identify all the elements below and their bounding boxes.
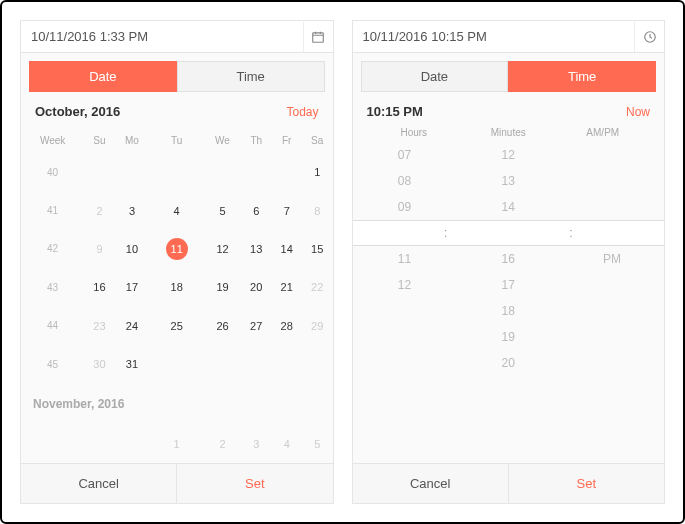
minutes-column[interactable]: 121314151617181920 (456, 142, 560, 463)
calendar-day[interactable]: 3 (241, 425, 271, 463)
time-option[interactable]: 11 (353, 246, 457, 272)
calendar-day[interactable]: 12 (204, 230, 241, 268)
time-option[interactable]: 12 (353, 272, 457, 298)
calendar-day[interactable]: 6 (241, 191, 271, 229)
tab-time[interactable]: Time (177, 61, 325, 92)
next-month-title: November, 2016 (21, 383, 333, 424)
calendar-day[interactable]: 5 (302, 425, 333, 463)
week-number: 44 (21, 307, 84, 345)
svg-rect-0 (313, 32, 324, 41)
calendar-day[interactable]: 11 (149, 230, 204, 268)
calendar-day[interactable]: 9 (84, 230, 114, 268)
calendar-day[interactable]: 4 (149, 191, 204, 229)
cancel-button[interactable]: Cancel (21, 464, 176, 503)
datetime-input[interactable] (21, 21, 303, 52)
calendar-day[interactable]: 3 (115, 191, 150, 229)
datetime-input[interactable] (353, 21, 635, 52)
calendar-day[interactable]: 19 (204, 268, 241, 306)
calendar-day[interactable]: 22 (302, 268, 333, 306)
dow-header: We (204, 127, 241, 153)
time-option[interactable]: 20 (456, 350, 560, 376)
time-option (560, 142, 664, 168)
calendar-day (204, 153, 241, 191)
time-option[interactable]: 08 (353, 168, 457, 194)
cancel-button[interactable]: Cancel (353, 464, 508, 503)
calendar-day (271, 345, 301, 383)
calendar-day (84, 425, 114, 463)
calendar-day[interactable]: 5 (204, 191, 241, 229)
clock-icon[interactable] (634, 22, 664, 52)
calendar-day[interactable]: 26 (204, 307, 241, 345)
tab-date[interactable]: Date (361, 61, 509, 92)
tab-time[interactable]: Time (508, 61, 656, 92)
calendar-day (204, 345, 241, 383)
time-option[interactable]: 13 (456, 168, 560, 194)
dow-header: Tu (149, 127, 204, 153)
time-option (560, 194, 664, 220)
calendar-day[interactable]: 16 (84, 268, 114, 306)
today-link[interactable]: Today (286, 105, 318, 119)
time-option[interactable]: PM (560, 246, 664, 272)
calendar-icon[interactable] (303, 22, 333, 52)
calendar-day[interactable]: 28 (271, 307, 301, 345)
calendar-day[interactable]: 25 (149, 307, 204, 345)
set-button[interactable]: Set (508, 464, 664, 503)
now-link[interactable]: Now (626, 105, 650, 119)
week-number: 42 (21, 230, 84, 268)
calendar-day (149, 153, 204, 191)
calendar-day[interactable]: 17 (115, 268, 150, 306)
tab-date[interactable]: Date (29, 61, 177, 92)
dow-header: Fr (271, 127, 301, 153)
calendar-day[interactable]: 1 (302, 153, 333, 191)
hours-column[interactable]: 070809101112 (353, 142, 457, 463)
ampm-column[interactable]: AMPM (560, 142, 664, 463)
calendar-day (84, 153, 114, 191)
calendar-day[interactable]: 21 (271, 268, 301, 306)
datetime-picker-date: Date Time October, 2016 Today WeekSuMoTu… (20, 20, 334, 504)
time-option[interactable]: 12 (456, 142, 560, 168)
calendar-day[interactable]: 27 (241, 307, 271, 345)
time-option[interactable]: 10 (353, 220, 457, 246)
week-number: 43 (21, 268, 84, 306)
set-button[interactable]: Set (176, 464, 332, 503)
calendar-day[interactable]: 13 (241, 230, 271, 268)
time-option[interactable]: 09 (353, 194, 457, 220)
calendar-day[interactable]: 30 (84, 345, 114, 383)
calendar-day[interactable]: 8 (302, 191, 333, 229)
calendar-day[interactable]: 15 (302, 230, 333, 268)
time-option[interactable]: AM (560, 220, 664, 246)
calendar-day (241, 345, 271, 383)
time-option[interactable]: 07 (353, 142, 457, 168)
time-title: 10:15 PM (367, 104, 423, 119)
time-option[interactable]: 18 (456, 298, 560, 324)
calendar-day[interactable]: 4 (271, 425, 301, 463)
calendar-day[interactable]: 2 (84, 191, 114, 229)
time-option[interactable]: 17 (456, 272, 560, 298)
calendar-day[interactable]: 18 (149, 268, 204, 306)
time-option[interactable]: 15 (456, 220, 560, 246)
calendar-day[interactable]: 1 (149, 425, 204, 463)
calendar-day[interactable]: 29 (302, 307, 333, 345)
time-option[interactable]: 14 (456, 194, 560, 220)
time-option[interactable]: 16 (456, 246, 560, 272)
time-column-labels: Hours Minutes AM/PM (353, 127, 665, 142)
week-number (21, 425, 84, 463)
calendar-day (241, 153, 271, 191)
calendar-day[interactable]: 20 (241, 268, 271, 306)
input-row (21, 21, 333, 53)
calendar-day[interactable]: 23 (84, 307, 114, 345)
ampm-label: AM/PM (556, 127, 651, 138)
calendar-day[interactable]: 31 (115, 345, 150, 383)
calendar-day[interactable]: 14 (271, 230, 301, 268)
minutes-label: Minutes (461, 127, 556, 138)
hours-label: Hours (367, 127, 462, 138)
calendar-day[interactable]: 7 (271, 191, 301, 229)
time-option[interactable]: 19 (456, 324, 560, 350)
calendar-day[interactable]: 2 (204, 425, 241, 463)
calendar-day (115, 425, 150, 463)
dow-header: Mo (115, 127, 150, 153)
calendar-day[interactable]: 10 (115, 230, 150, 268)
calendar-day[interactable]: 24 (115, 307, 150, 345)
datetime-picker-time: Date Time 10:15 PM Now Hours Minutes AM/… (352, 20, 666, 504)
dow-header: Week (21, 127, 84, 153)
